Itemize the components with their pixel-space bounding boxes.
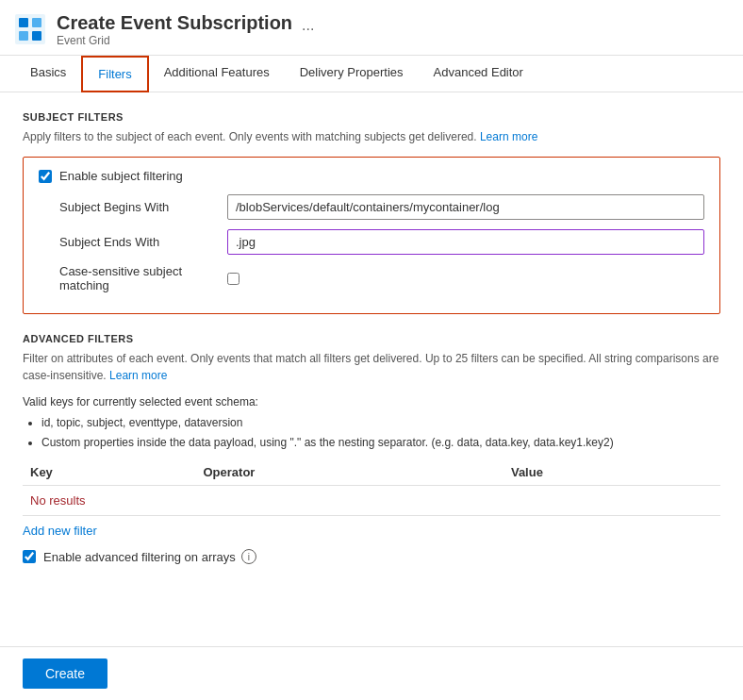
- case-sensitive-row: Case-sensitive subject matching: [39, 264, 704, 292]
- tab-bar: Basics Filters Additional Features Deliv…: [0, 56, 743, 92]
- header-text: Create Event Subscription Event Grid: [57, 11, 292, 47]
- subject-filters-desc-text: Apply filters to the subject of each eve…: [23, 130, 477, 143]
- advanced-filters-section: ADVANCED FILTERS Filter on attributes of…: [23, 333, 720, 564]
- enable-adv-filtering-row: Enable advanced filtering on arrays i: [23, 549, 720, 564]
- keys-list: id, topic, subject, eventtype, dataversi…: [41, 414, 720, 452]
- svg-rect-4: [32, 31, 41, 41]
- svg-rect-2: [32, 18, 41, 27]
- no-results-text: No results: [23, 486, 720, 516]
- svg-rect-3: [19, 31, 28, 41]
- case-sensitive-checkbox[interactable]: [227, 273, 239, 285]
- more-options-icon[interactable]: ···: [302, 21, 314, 38]
- subject-begins-label: Subject Begins With: [39, 200, 227, 214]
- subject-filters-section-header: SUBJECT FILTERS: [23, 111, 720, 123]
- keys-list-item-1: id, topic, subject, eventtype, dataversi…: [41, 414, 720, 432]
- table-header-operator: Operator: [196, 459, 504, 486]
- subject-begins-with-row: Subject Begins With: [39, 194, 704, 220]
- page-title: Create Event Subscription: [57, 11, 292, 34]
- table-header-key: Key: [23, 459, 196, 486]
- filters-table: Key Operator Value No results: [23, 459, 720, 516]
- advanced-filters-section-header: ADVANCED FILTERS: [23, 333, 720, 344]
- tab-filters[interactable]: Filters: [81, 56, 148, 92]
- enable-adv-filtering-label: Enable advanced filtering on arrays: [43, 550, 236, 564]
- subject-ends-input[interactable]: [227, 229, 704, 255]
- info-icon[interactable]: i: [241, 549, 256, 564]
- enable-subject-filtering-label: Enable subject filtering: [59, 169, 183, 183]
- main-content: SUBJECT FILTERS Apply filters to the sub…: [0, 92, 743, 583]
- enable-adv-filtering-checkbox[interactable]: [23, 550, 36, 563]
- keys-list-item-2: Custom properties inside the data payloa…: [41, 434, 720, 452]
- subject-begins-input[interactable]: [227, 194, 704, 220]
- advanced-filters-desc: Filter on attributes of each event. Only…: [23, 350, 720, 384]
- subject-filters-desc: Apply filters to the subject of each eve…: [23, 128, 720, 145]
- page-header: Create Event Subscription Event Grid ···: [0, 0, 743, 56]
- keys-info: Valid keys for currently selected event …: [23, 395, 720, 408]
- svg-rect-1: [19, 18, 28, 27]
- subject-filters-learn-more[interactable]: Learn more: [480, 130, 537, 143]
- tab-delivery-properties[interactable]: Delivery Properties: [285, 56, 419, 92]
- tab-advanced-editor[interactable]: Advanced Editor: [419, 56, 538, 92]
- event-grid-icon: [15, 14, 45, 44]
- subject-ends-with-row: Subject Ends With: [39, 229, 704, 255]
- subject-ends-label: Subject Ends With: [39, 235, 227, 249]
- bottom-bar: Create: [0, 646, 743, 700]
- tab-additional-features[interactable]: Additional Features: [149, 56, 285, 92]
- add-filter-link[interactable]: Add new filter: [23, 524, 97, 538]
- table-row-no-results: No results: [23, 486, 720, 516]
- page-subtitle: Event Grid: [57, 34, 292, 47]
- create-button[interactable]: Create: [23, 658, 107, 689]
- enable-subject-filtering-row: Enable subject filtering: [39, 169, 704, 183]
- advanced-filters-learn-more[interactable]: Learn more: [109, 369, 167, 382]
- case-sensitive-label: Case-sensitive subject matching: [39, 264, 227, 292]
- enable-subject-filtering-checkbox[interactable]: [39, 170, 52, 183]
- table-header-value: Value: [504, 459, 720, 486]
- tab-basics[interactable]: Basics: [15, 56, 81, 92]
- subject-filter-box: Enable subject filtering Subject Begins …: [23, 157, 720, 314]
